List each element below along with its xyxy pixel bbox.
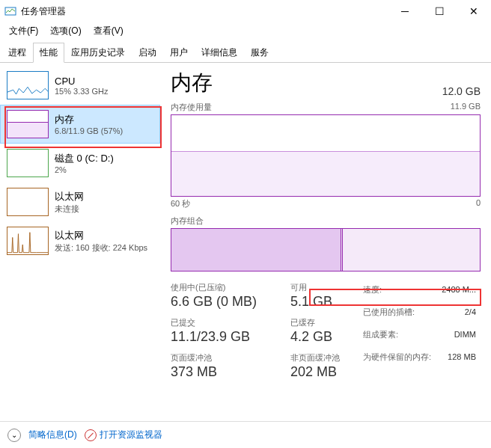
ethernet-1-label: 以太网 [55,229,147,242]
maximize-button[interactable]: ☐ [422,0,457,22]
tab-services[interactable]: 服务 [244,43,275,63]
page-title: 内存 [171,69,213,97]
memory-label: 内存 [55,113,123,126]
committed-value: 11.1/23.9 GB [171,329,290,345]
menu-view[interactable]: 查看(V) [89,23,128,39]
cpu-label: CPU [55,76,109,87]
sidebar-item-memory[interactable]: 内存 6.8/11.9 GB (57%) [0,105,160,144]
memory-composition-chart[interactable] [171,228,481,271]
in-use-label: 使用中(已压缩) [171,282,290,293]
footer: ⌄ 简略信息(D) 打开资源监视器 [0,421,491,448]
paged-label: 页面缓冲池 [171,352,290,363]
total-memory: 12.0 GB [442,85,481,97]
reserved-key: 为硬件保留的内存: [363,349,448,364]
available-value: 5.1 GB [290,294,362,310]
ethernet-1-sub: 发送: 160 接收: 224 Kbps [55,242,147,254]
ethernet-0-sparkline [7,188,49,216]
usage-chart-label: 内存使用量 [171,102,212,113]
cached-label: 已缓存 [290,317,362,328]
sidebar-item-disk[interactable]: 磁盘 0 (C: D:) 2% [0,144,160,182]
speed-key: 速度: [363,282,442,297]
form-key: 组成要素: [363,327,454,342]
sidebar-item-cpu[interactable]: CPU 15% 3.33 GHz [0,66,160,105]
in-use-value: 6.6 GB (0 MB) [171,294,290,310]
slots-value: 2/4 [465,304,481,319]
cached-value: 4.2 GB [290,329,362,345]
usage-chart-max: 11.9 GB [451,102,481,113]
prohibited-icon [85,429,97,441]
disk-sub: 2% [55,165,114,174]
app-icon [4,5,16,17]
content: CPU 15% 3.33 GHz 内存 6.8/11.9 GB (57%) 磁盘… [0,63,491,422]
stats-grid: 使用中(已压缩) 6.6 GB (0 MB) 已提交 11.1/23.9 GB … [171,282,481,380]
memory-usage-chart[interactable] [171,114,481,197]
x-axis-start: 60 秒 [171,198,190,209]
ethernet-1-sparkline [7,227,49,255]
cpu-sparkline [7,71,49,99]
nonpaged-label: 非页面缓冲池 [290,352,362,363]
x-axis-end: 0 [476,198,481,209]
window-title: 任务管理器 [21,5,388,18]
sidebar: CPU 15% 3.33 GHz 内存 6.8/11.9 GB (57%) 磁盘… [0,63,160,422]
close-button[interactable]: ✕ [457,0,491,22]
nonpaged-value: 202 MB [290,364,362,380]
fewer-details-link[interactable]: 简略信息(D) [28,429,77,441]
committed-label: 已提交 [171,317,290,328]
ethernet-0-label: 以太网 [55,190,84,203]
sidebar-item-ethernet-1[interactable]: 以太网 发送: 160 接收: 224 Kbps [0,221,160,260]
titlebar: 任务管理器 ─ ☐ ✕ [0,0,491,22]
ethernet-0-sub: 未连接 [55,203,84,215]
cpu-sub: 15% 3.33 GHz [55,87,109,96]
menu-file[interactable]: 文件(F) [4,23,43,39]
menu-options[interactable]: 选项(O) [46,23,85,39]
memory-sparkline [7,110,49,138]
tab-history[interactable]: 应用历史记录 [64,43,132,63]
available-label: 可用 [290,282,362,293]
minimize-button[interactable]: ─ [388,0,422,22]
window-controls: ─ ☐ ✕ [388,0,491,22]
resource-monitor-link[interactable]: 打开资源监视器 [85,429,162,441]
tab-details[interactable]: 详细信息 [195,43,244,63]
menubar: 文件(F) 选项(O) 查看(V) [0,22,491,39]
form-value: DIMM [454,327,481,342]
tab-bar: 进程 性能 应用历史记录 启动 用户 详细信息 服务 [0,42,491,63]
slots-key: 已使用的插槽: [363,304,465,319]
tab-processes[interactable]: 进程 [1,43,33,63]
reserved-value: 128 MB [448,349,481,364]
composition-label: 内存组合 [171,215,481,227]
memory-sub: 6.8/11.9 GB (57%) [55,126,123,135]
disk-sparkline [7,149,49,177]
main-panel: 内存 12.0 GB 内存使用量 11.9 GB 60 秒 0 内存组合 使用中… [160,63,491,422]
tab-performance[interactable]: 性能 [33,43,64,63]
speed-value: 2400 M... [442,282,481,297]
chevron-down-icon[interactable]: ⌄ [7,429,21,442]
tab-users[interactable]: 用户 [163,43,195,63]
tab-startup[interactable]: 启动 [132,43,163,63]
sidebar-item-ethernet-0[interactable]: 以太网 未连接 [0,182,160,221]
disk-label: 磁盘 0 (C: D:) [55,152,114,165]
paged-value: 373 MB [171,364,290,380]
